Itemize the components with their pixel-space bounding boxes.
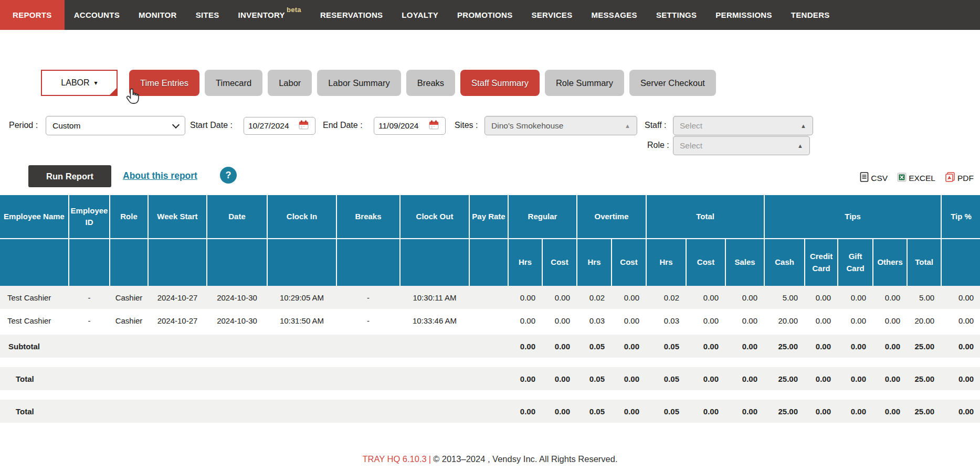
staff-select[interactable]: Select ▲ — [673, 116, 813, 135]
nav-item-permissions[interactable]: PERMISSIONS — [706, 0, 782, 30]
export-csv-button[interactable]: CSV — [860, 172, 888, 184]
nav-item-settings[interactable]: SETTINGS — [647, 0, 706, 30]
cell: - — [69, 309, 110, 332]
tab-labor-summary[interactable]: Labor Summary — [317, 70, 401, 96]
cell: 10:31:50 AM — [267, 309, 336, 332]
chevron-down-icon — [172, 121, 180, 128]
cell: 0.00 — [542, 335, 577, 358]
cell: 0.00 — [508, 309, 542, 332]
period-select[interactable]: Custom — [46, 116, 185, 135]
cell: 0.00 — [725, 286, 764, 309]
footer-version-link[interactable]: TRAY HQ 6.10.3 — [362, 454, 426, 464]
cell: Cashier — [110, 286, 148, 309]
nav-item-monitor[interactable]: MONITOR — [129, 0, 186, 30]
nav-item-reports[interactable]: REPORTS — [0, 0, 65, 30]
empty-header-cell — [469, 239, 508, 286]
cell: 0.00 — [941, 367, 980, 390]
cell: Cashier — [110, 309, 148, 332]
beta-badge: beta — [287, 6, 301, 14]
nav-item-inventory[interactable]: INVENTORYbeta — [229, 0, 311, 30]
main-nav: REPORTS ACCOUNTS MONITOR SITES INVENTORY… — [0, 0, 980, 30]
report-category-label: LABOR — [61, 78, 89, 88]
col-tip-pct-header: Tip % — [941, 195, 980, 239]
nav-item-accounts[interactable]: ACCOUNTS — [65, 0, 129, 30]
cell: 0.05 — [577, 367, 612, 390]
cell: 2024-10-30 — [207, 309, 267, 332]
group-regular-header: Regular — [508, 195, 577, 239]
cell: 0.00 — [686, 400, 725, 423]
cell: 2024-10-27 — [148, 286, 207, 309]
about-report-link[interactable]: About this report — [123, 170, 197, 181]
nav-item-services[interactable]: SERVICES — [522, 0, 582, 30]
report-category-dropdown[interactable]: LABOR ▾ — [41, 70, 118, 96]
tab-labor[interactable]: Labor — [268, 70, 312, 96]
subcol-overtime-hrs-header: Hrs — [577, 239, 612, 286]
calendar-icon[interactable] — [429, 120, 439, 132]
cell: 0.00 — [805, 335, 838, 358]
nav-item-sites[interactable]: SITES — [186, 0, 229, 30]
tab-role-summary[interactable]: Role Summary — [545, 70, 624, 96]
period-label: Period : — [9, 121, 38, 130]
col-employee-name-header: Employee Name — [0, 195, 69, 239]
staff-label: Staff : — [645, 121, 667, 130]
cell: 0.00 — [686, 286, 725, 309]
col-week-start-header: Week Start — [148, 195, 207, 239]
role-select[interactable]: Select ▲ — [673, 136, 810, 155]
cell: 0.02 — [646, 286, 686, 309]
sites-select[interactable]: Dino's Smokehouse ▲ — [484, 116, 637, 135]
mouse-cursor-icon — [125, 88, 141, 107]
col-date-header: Date — [207, 195, 267, 239]
subcol-total-hrs-header: Hrs — [646, 239, 686, 286]
cell: 0.00 — [612, 309, 646, 332]
nav-item-messages[interactable]: MESSAGES — [582, 0, 646, 30]
csv-file-icon — [860, 172, 869, 184]
export-excel-label: EXCEL — [909, 174, 935, 183]
export-pdf-button[interactable]: PDF — [945, 172, 974, 184]
cell: 25.00 — [907, 367, 941, 390]
tab-server-checkout[interactable]: Server Checkout — [629, 70, 716, 96]
subcol-tips-cash-header: Cash — [764, 239, 805, 286]
cell: 20.00 — [907, 309, 941, 332]
pdf-file-icon — [945, 172, 955, 184]
cell: 0.00 — [873, 286, 907, 309]
subcol-overtime-cost-header: Cost — [612, 239, 646, 286]
subcol-tips-others-header: Others — [873, 239, 907, 286]
cell: 0.00 — [686, 335, 725, 358]
subtotal-label: Subtotal — [0, 335, 508, 358]
end-date-input[interactable] — [378, 121, 426, 131]
table-header-row-groups: Employee Name Employee ID Role Week Star… — [0, 195, 980, 239]
cell: 0.00 — [838, 335, 873, 358]
empty-header-cell — [69, 239, 110, 286]
start-date-input[interactable] — [248, 121, 296, 131]
cell: 0.00 — [941, 286, 980, 309]
time-entries-table: Employee Name Employee ID Role Week Star… — [0, 195, 980, 423]
export-csv-label: CSV — [871, 174, 888, 183]
cell: 0.00 — [838, 400, 873, 423]
subcol-total-cost-header: Cost — [686, 239, 725, 286]
role-value: Select — [680, 141, 797, 151]
run-report-button[interactable]: Run Report — [28, 165, 111, 187]
nav-item-promotions[interactable]: PROMOTIONS — [448, 0, 522, 30]
chevron-up-icon: ▲ — [800, 123, 806, 129]
tab-timecard[interactable]: Timecard — [205, 70, 262, 96]
tab-staff-summary[interactable]: Staff Summary — [460, 70, 540, 96]
cell: 0.00 — [838, 286, 873, 309]
page-footer: TRAY HQ 6.10.3|© 2013–2024 , Vendsy Inc.… — [0, 454, 980, 464]
calendar-icon[interactable] — [299, 120, 309, 132]
tab-breaks[interactable]: Breaks — [406, 70, 455, 96]
cell: 0.00 — [542, 400, 577, 423]
nav-item-tenders[interactable]: TENDERS — [782, 0, 839, 30]
cell-employee-name: Test Cashier — [0, 309, 69, 332]
export-excel-button[interactable]: EXCEL — [897, 173, 935, 184]
cell: 0.00 — [508, 400, 542, 423]
nav-item-loyalty[interactable]: LOYALTY — [392, 0, 448, 30]
cell: 25.00 — [764, 367, 805, 390]
cell: 0.02 — [577, 286, 612, 309]
empty-header-cell — [207, 239, 267, 286]
col-pay-rate-header: Pay Rate — [469, 195, 508, 239]
cell — [469, 286, 508, 309]
cell: 10:29:05 AM — [267, 286, 336, 309]
nav-item-reservations[interactable]: RESERVATIONS — [311, 0, 392, 30]
cell: 25.00 — [907, 335, 941, 358]
help-icon[interactable]: ? — [220, 167, 237, 184]
